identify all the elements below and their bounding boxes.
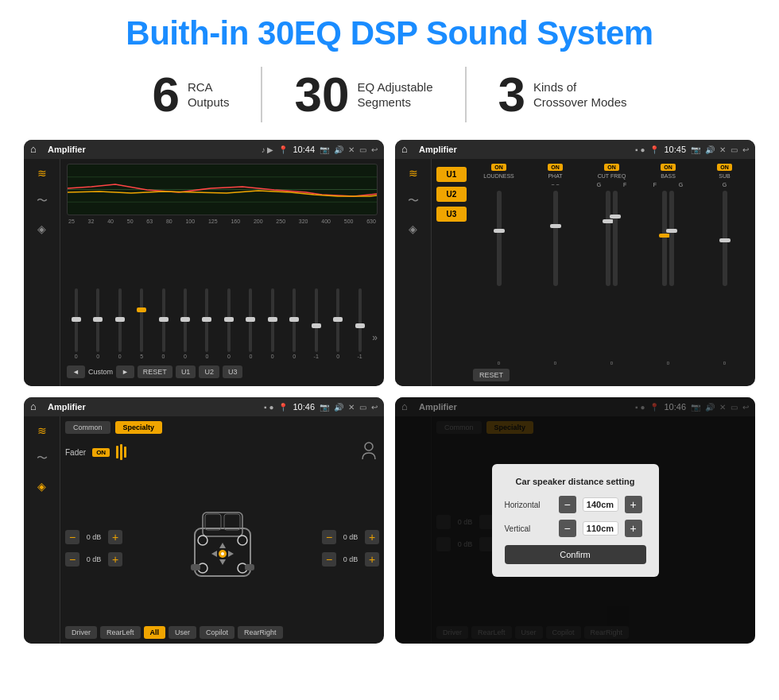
eq-track-13[interactable] — [336, 288, 339, 352]
eq-track-8[interactable] — [227, 288, 231, 352]
stat-rca: 6 RCAOutputs — [120, 70, 261, 119]
crossover-wave-icon[interactable]: 〜 — [408, 194, 419, 208]
sub-toggle[interactable]: ON — [717, 164, 732, 171]
phat-thumb[interactable] — [550, 224, 561, 228]
db-minus-rl[interactable]: − — [65, 552, 79, 567]
loudness-thumb[interactable] — [494, 229, 505, 233]
driver-btn[interactable]: Driver — [65, 626, 97, 639]
expand-icon[interactable]: » — [372, 332, 378, 359]
eq-thumb-4[interactable] — [137, 307, 146, 312]
u1-btn-eq[interactable]: U1 — [176, 365, 196, 378]
eq-thumb-9[interactable] — [246, 317, 255, 322]
eq-thumb-11[interactable] — [289, 317, 299, 322]
home-icon-3[interactable]: ⌂ — [30, 400, 43, 413]
sub-track[interactable] — [723, 191, 727, 286]
back-icon-1[interactable]: ↩ — [371, 145, 378, 154]
copilot-btn[interactable]: Copilot — [200, 626, 234, 639]
tab-common[interactable]: Common — [65, 421, 110, 434]
db-minus-fr[interactable]: − — [322, 530, 336, 544]
loudness-toggle[interactable]: ON — [491, 164, 506, 171]
eq-thumb-8[interactable] — [224, 317, 234, 322]
db-plus-rr[interactable]: + — [365, 552, 379, 567]
loudness-track[interactable] — [497, 191, 502, 286]
eq-thumb-14[interactable] — [355, 323, 365, 328]
vertical-label: Vertical — [505, 524, 552, 533]
db-plus-rl[interactable]: + — [108, 552, 122, 567]
phat-track[interactable] — [553, 191, 558, 286]
tab-specialty[interactable]: Specialty — [115, 421, 163, 434]
db-plus-fr[interactable]: + — [365, 530, 379, 544]
eq-thumb-7[interactable] — [202, 317, 211, 322]
eq-track-5[interactable] — [162, 288, 165, 352]
fader-vol-icon[interactable]: ◈ — [37, 480, 46, 493]
crossover-vol-icon[interactable]: ◈ — [409, 222, 417, 235]
eq-track-2[interactable] — [96, 288, 99, 352]
db-minus-fl[interactable]: − — [65, 530, 79, 544]
eq-track-1[interactable] — [75, 288, 78, 352]
u1-preset-btn[interactable]: U1 — [436, 167, 467, 182]
bass-thumb-1[interactable] — [659, 234, 670, 238]
eq-track-14[interactable] — [358, 288, 362, 352]
vertical-plus-btn[interactable]: + — [625, 520, 642, 537]
u3-btn-eq[interactable]: U3 — [223, 365, 243, 378]
rearleft-btn[interactable]: RearLeft — [100, 626, 141, 639]
user-btn[interactable]: User — [169, 626, 196, 639]
eq-track-12[interactable] — [315, 288, 318, 352]
fader-wave-icon[interactable]: 〜 — [37, 451, 48, 466]
eq-thumb-5[interactable] — [159, 317, 169, 322]
back-icon-3[interactable]: ↩ — [371, 403, 378, 412]
cutfreq-track-2[interactable] — [613, 191, 618, 286]
rearright-btn[interactable]: RearRight — [238, 626, 283, 639]
vertical-minus-btn[interactable]: − — [559, 520, 576, 537]
bass-track-1[interactable] — [662, 191, 667, 286]
eq-track-11[interactable] — [293, 288, 296, 352]
phat-toggle[interactable]: ON — [548, 164, 563, 171]
u2-preset-btn[interactable]: U2 — [436, 187, 467, 202]
prev-preset-btn[interactable]: ◄ — [67, 365, 85, 378]
eq-thumb-6[interactable] — [180, 317, 190, 322]
back-icon-2[interactable]: ↩ — [742, 145, 749, 154]
eq-track-10[interactable] — [271, 288, 274, 352]
eq-thumb-13[interactable] — [333, 317, 343, 322]
db-minus-rr[interactable]: − — [322, 552, 336, 567]
eq-track-7[interactable] — [205, 288, 208, 352]
eq-thumb-3[interactable] — [115, 317, 125, 322]
fader-filter-icon[interactable]: ≋ — [37, 424, 47, 437]
db-plus-fl[interactable]: + — [108, 530, 122, 544]
bass-thumb-2[interactable] — [666, 229, 677, 233]
crossover-filter-icon[interactable]: ≋ — [409, 167, 418, 180]
eq-thumb-12[interactable] — [312, 323, 321, 328]
eq-thumb-1[interactable] — [72, 317, 81, 322]
eq-track-4[interactable] — [140, 288, 143, 352]
cutfreq-toggle[interactable]: ON — [604, 164, 619, 171]
eq-track-9[interactable] — [249, 288, 252, 352]
bass-toggle[interactable]: ON — [661, 164, 676, 171]
crossover-reset-btn[interactable]: RESET — [473, 369, 510, 381]
status-time-3: 10:46 — [293, 402, 315, 412]
fader-slider-mini[interactable] — [116, 444, 126, 460]
cutfreq-thumb-2[interactable] — [610, 215, 621, 219]
all-btn[interactable]: All — [144, 626, 166, 639]
eq-filter-icon[interactable]: ≋ — [37, 167, 47, 180]
eq-track-3[interactable] — [118, 288, 122, 352]
sub-thumb[interactable] — [719, 238, 731, 242]
eq-thumb-10[interactable] — [268, 317, 277, 322]
eq-thumb-2[interactable] — [93, 317, 103, 322]
eq-track-6[interactable] — [184, 288, 187, 352]
reset-btn-eq[interactable]: RESET — [138, 365, 172, 378]
eq-wave-icon[interactable]: 〜 — [37, 194, 48, 208]
home-icon-2[interactable]: ⌂ — [401, 143, 414, 156]
u2-btn-eq[interactable]: U2 — [199, 365, 219, 378]
u3-preset-btn[interactable]: U3 — [436, 207, 467, 222]
cutfreq-track-1[interactable] — [606, 191, 610, 286]
db-value-fl: 0 dB — [83, 533, 105, 541]
cutfreq-thumb-1[interactable] — [603, 219, 614, 223]
home-icon-1[interactable]: ⌂ — [30, 143, 43, 156]
eq-vol-icon[interactable]: ◈ — [37, 222, 46, 235]
confirm-button[interactable]: Confirm — [505, 545, 646, 564]
next-preset-btn[interactable]: ► — [116, 365, 134, 378]
horizontal-minus-btn[interactable]: − — [559, 496, 576, 513]
bass-track-2[interactable] — [669, 191, 674, 286]
fader-on-badge[interactable]: ON — [92, 448, 110, 457]
horizontal-plus-btn[interactable]: + — [625, 496, 642, 513]
